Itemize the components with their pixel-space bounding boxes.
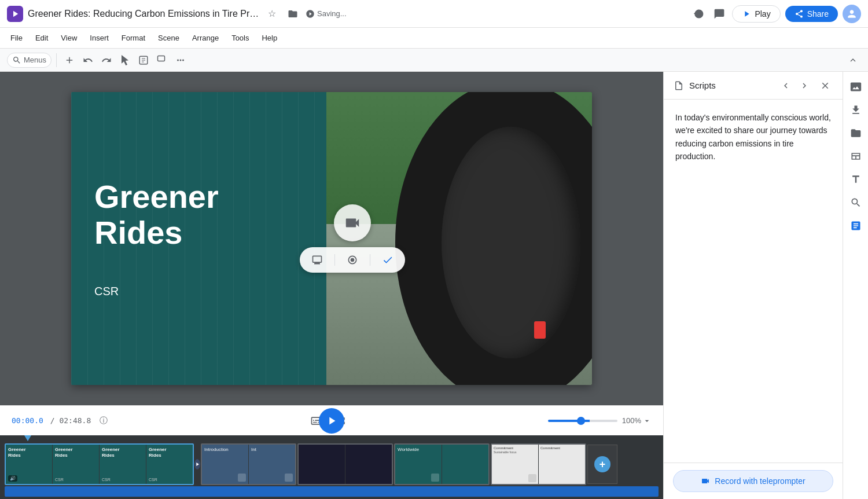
scripts-content: In today's environmentally conscious wor… (664, 100, 843, 463)
scripts-panel: Scripts In today's environmentally consc… (663, 72, 843, 499)
right-toolbar (843, 72, 868, 499)
collapse-icon[interactable] (845, 52, 861, 68)
shape-icon[interactable] (154, 52, 170, 68)
add-slide-button[interactable]: + (587, 445, 617, 484)
undo-icon[interactable] (80, 52, 96, 68)
thumb-group-dark[interactable] (297, 443, 393, 485)
slide-area: Greener Rides CSR (0, 72, 663, 435)
redo-icon[interactable] (98, 52, 115, 68)
scripts-title: Scripts (689, 80, 773, 90)
menu-help[interactable]: Help (256, 31, 283, 45)
app-logo[interactable] (7, 6, 23, 22)
top-bar: Greener Rides: Reducing Carbon Emissions… (0, 0, 868, 28)
text-box-icon[interactable] (135, 52, 152, 68)
camera-toolbar-divider (334, 254, 335, 266)
cursor-icon[interactable] (117, 52, 133, 68)
camera-check-icon[interactable] (380, 252, 396, 268)
red-element (534, 321, 546, 339)
timeline-pointer (24, 435, 31, 441)
slide-left: Greener Rides CSR (71, 92, 326, 385)
thumb-7[interactable] (299, 445, 345, 484)
thumb-11[interactable]: CommitmentSustainable focus (492, 445, 538, 484)
menu-arrange[interactable]: Arrange (186, 31, 225, 45)
thumb-11-icon (528, 474, 536, 482)
right-tool-text-icon[interactable] (845, 169, 866, 190)
main-play-button[interactable] (319, 408, 344, 434)
scripts-icon (673, 80, 685, 91)
timeline-area: GreenerRides 🔊 GreenerRides CSR GreenerR… (0, 435, 663, 499)
right-tool-layout-icon[interactable] (845, 146, 866, 167)
scripts-nav-prev[interactable] (778, 78, 794, 94)
thumb-10[interactable] (442, 445, 488, 484)
more-icon[interactable] (172, 52, 189, 68)
thumb-5[interactable]: Introduction (202, 445, 248, 484)
play-button[interactable]: Play (732, 5, 780, 23)
menus-search[interactable]: Menus (7, 53, 52, 68)
thumb-8[interactable] (345, 445, 392, 484)
star-icon[interactable]: ☆ (264, 6, 280, 22)
top-bar-icons: ☆ Saving... (264, 6, 347, 22)
saving-indicator: Saving... (306, 9, 347, 19)
thumb-2[interactable]: GreenerRides CSR (53, 445, 99, 484)
slide-title: Greener Rides (94, 179, 303, 250)
menu-tools[interactable]: Tools (226, 31, 255, 45)
user-avatar[interactable] (843, 5, 861, 23)
camera-circle-btn[interactable] (334, 204, 371, 241)
svg-point-3 (351, 258, 355, 262)
folder-icon[interactable] (285, 6, 301, 22)
thumb-group-intro[interactable]: Introduction Int (201, 443, 296, 485)
teleprompter-button[interactable]: Record with teleprompter (673, 470, 833, 492)
thumb-5-icon (238, 474, 246, 482)
menu-edit[interactable]: Edit (30, 31, 54, 45)
camera-screen-icon[interactable] (309, 252, 325, 268)
camera-record-icon[interactable] (344, 252, 361, 268)
thumb-4[interactable]: GreenerRides CSR (146, 445, 193, 484)
document-title: Greener Rides: Reducing Carbon Emissions… (28, 9, 259, 19)
thumb-6-icon (285, 474, 293, 482)
camera-toolbar (300, 247, 405, 273)
scripts-nav (778, 78, 812, 94)
scripts-close-button[interactable] (817, 78, 833, 94)
menu-format[interactable]: Format (116, 31, 151, 45)
menu-view[interactable]: View (55, 31, 83, 45)
zoom-slider[interactable] (548, 420, 617, 422)
right-tool-folder-icon[interactable] (845, 123, 866, 144)
info-icon[interactable]: ⓘ (98, 415, 109, 427)
right-tool-upload-icon[interactable] (845, 100, 866, 120)
toolbar-right (845, 52, 861, 68)
thumb-6[interactable]: Int (249, 445, 295, 484)
share-button[interactable]: Share (785, 6, 838, 22)
time-total: / 02:48.8 (50, 416, 91, 425)
right-tool-image-icon[interactable] (845, 76, 866, 97)
add-icon[interactable] (61, 52, 78, 68)
history-icon[interactable] (690, 6, 707, 22)
thumb-12[interactable]: Commitment (539, 445, 585, 484)
slide: Greener Rides CSR (71, 92, 592, 385)
thumb-group-greener-rides[interactable]: GreenerRides 🔊 GreenerRides CSR GreenerR… (5, 443, 194, 485)
right-tool-script-icon[interactable] (845, 215, 866, 236)
thumb-1[interactable]: GreenerRides 🔊 (6, 445, 52, 484)
comments-icon[interactable] (711, 6, 727, 22)
thumb-9[interactable]: Worldwide (395, 445, 442, 484)
time-current: 00:00.0 (12, 416, 43, 425)
toolbar: Menus (0, 49, 868, 72)
zoom-dropdown[interactable]: 100% (622, 416, 652, 425)
bottom-controls: 00:00.0 / 02:48.8 ⓘ 100% (0, 405, 663, 435)
menu-scene[interactable]: Scene (152, 31, 185, 45)
thumb-9-icon (431, 474, 439, 482)
right-tool-search-icon[interactable] (845, 192, 866, 213)
scripts-nav-next[interactable] (796, 78, 812, 94)
scripts-bottom: Record with teleprompter (664, 463, 843, 499)
scripts-header: Scripts (664, 72, 843, 100)
slide-subtitle: CSR (94, 285, 303, 298)
timeline-waveform (5, 486, 659, 497)
content-row: Greener Rides CSR (0, 72, 868, 499)
menu-insert[interactable]: Insert (84, 31, 115, 45)
svg-rect-1 (158, 56, 165, 61)
thumb-group-commitment[interactable]: CommitmentSustainable focus Commitment (491, 443, 586, 485)
thumb-3[interactable]: GreenerRides CSR (100, 445, 146, 484)
thumb-group-worldwide[interactable]: Worldwide (394, 443, 490, 485)
zoom-slider-container (548, 420, 617, 422)
menu-file[interactable]: File (5, 31, 28, 45)
top-bar-right: Play Share (690, 5, 861, 23)
